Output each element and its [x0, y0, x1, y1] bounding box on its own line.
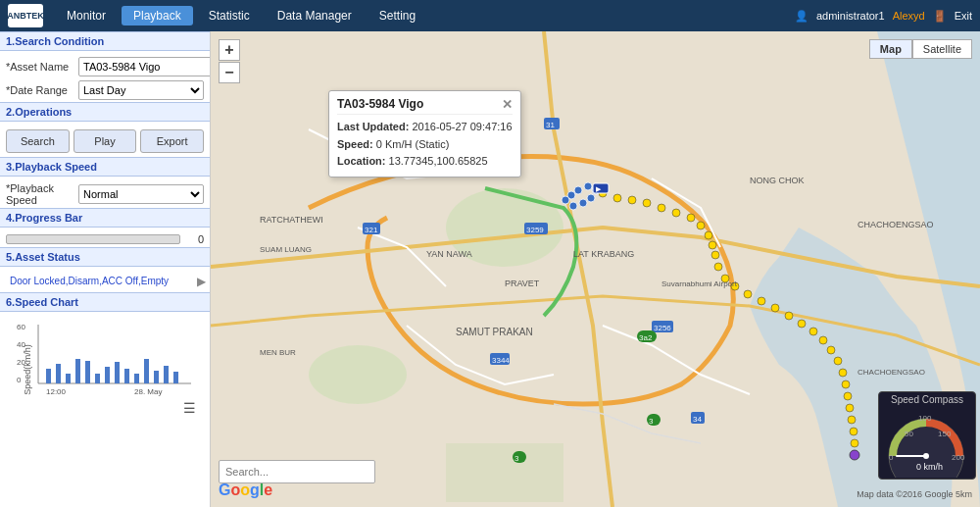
section-speed-chart: 6.Speed Chart	[0, 292, 210, 312]
svg-point-27	[613, 194, 621, 202]
asset-name-input[interactable]	[78, 57, 211, 76]
svg-point-44	[798, 320, 806, 328]
export-button[interactable]: Export	[140, 129, 204, 153]
svg-rect-17	[154, 371, 159, 383]
svg-text:60: 60	[17, 323, 25, 331]
nav-monitor[interactable]: Monitor	[55, 6, 118, 25]
playback-speed-label: *Playback Speed	[6, 182, 74, 206]
svg-rect-14	[124, 369, 129, 383]
popup-close-button[interactable]: ✕	[502, 97, 513, 112]
svg-point-46	[819, 336, 827, 344]
svg-point-55	[851, 439, 858, 447]
section-asset-status: 5.Asset Status	[0, 247, 210, 267]
map-type-buttons: Map Satellite	[869, 39, 972, 59]
popup-title: TA03-5984 Vigo ✕	[337, 97, 513, 115]
svg-point-42	[771, 304, 779, 312]
asset-name-label: *Asset Name	[6, 61, 74, 73]
user2[interactable]: Alexyd	[893, 10, 925, 22]
svg-text:0: 0	[889, 453, 894, 462]
svg-text:YAN NAWA: YAN NAWA	[426, 249, 472, 259]
zoom-in-button[interactable]: +	[219, 39, 240, 61]
compass-gauge: 0 100 200 50 150 0 km/h	[879, 407, 973, 478]
svg-point-28	[628, 196, 636, 204]
logo-icon: ANBTEK	[8, 4, 43, 27]
popup-speed-value: 0 Km/H (Static)	[376, 138, 450, 150]
svg-rect-13	[115, 362, 120, 383]
svg-text:50: 50	[905, 430, 913, 438]
search-button[interactable]: Search	[6, 129, 70, 153]
svg-rect-16	[144, 359, 149, 383]
svg-text:100: 100	[918, 414, 932, 423]
svg-text:3259: 3259	[526, 226, 544, 234]
section-playback-speed: 3.Playback Speed	[0, 157, 210, 177]
svg-rect-8	[66, 374, 71, 383]
chart-y-label: Speed(km/h)	[23, 344, 32, 395]
header-right: 👤 administrator1 Alexyd 🚪 Exit	[795, 10, 972, 23]
section-search: 1.Search Condition	[0, 31, 210, 51]
playback-speed-select[interactable]: Slow Normal Fast Very Fast	[78, 184, 204, 204]
svg-point-37	[714, 263, 722, 271]
map-type-map[interactable]: Map	[869, 39, 912, 59]
date-range-row: *Date Range Last Day Last Week Last Mont…	[0, 78, 210, 102]
date-range-select[interactable]: Last Day Last Week Last Month Custom	[78, 80, 204, 100]
speed-chart-area: Speed(km/h) 60 40 20 0	[0, 316, 210, 424]
map-search-input[interactable]	[219, 460, 375, 483]
map-area[interactable]: ▶ CHATUCHAK YAN NAWA PRAVET LAT KRABANG …	[211, 31, 980, 507]
svg-rect-6	[46, 369, 51, 383]
map-type-satellite[interactable]: Satellite	[912, 39, 972, 59]
svg-rect-15	[134, 374, 139, 383]
svg-rect-12	[105, 367, 110, 383]
svg-point-45	[809, 328, 817, 335]
playback-speed-row: *Playback Speed Slow Normal Fast Very Fa…	[0, 180, 210, 208]
asset-name-row: *Asset Name	[0, 55, 210, 78]
nav-playback[interactable]: Playback	[122, 6, 193, 25]
sidebar: 1.Search Condition *Asset Name *Date Ran…	[0, 31, 211, 507]
svg-point-31	[672, 209, 680, 217]
svg-text:28. May: 28. May	[134, 387, 162, 396]
zoom-out-button[interactable]: −	[219, 62, 240, 83]
svg-text:PRAVET: PRAVET	[505, 279, 540, 288]
progress-bar-bg[interactable]	[6, 234, 180, 244]
nav-setting[interactable]: Setting	[368, 6, 427, 25]
svg-point-50	[842, 380, 850, 388]
svg-rect-18	[164, 366, 169, 383]
svg-point-36	[711, 251, 719, 259]
svg-text:3: 3	[649, 417, 654, 426]
main-content: 1.Search Condition *Asset Name *Date Ran…	[0, 31, 980, 507]
svg-point-49	[839, 369, 847, 377]
popup-speed: Speed: 0 Km/H (Static)	[337, 136, 513, 154]
svg-point-43	[785, 312, 793, 320]
app-header: ANBTEK Monitor Playback Statistic Data M…	[0, 0, 980, 31]
svg-point-64	[587, 194, 595, 202]
svg-point-105	[923, 453, 929, 459]
svg-text:31: 31	[546, 121, 555, 129]
svg-point-33	[697, 222, 705, 229]
svg-point-30	[658, 204, 665, 212]
popup-location-label: Location:	[337, 155, 386, 167]
svg-text:150: 150	[938, 430, 952, 438]
svg-text:CHACHOENGSAO: CHACHOENGSAO	[858, 368, 925, 377]
progress-bar-row: 0	[0, 231, 210, 247]
progress-value: 0	[184, 233, 204, 245]
svg-point-61	[562, 196, 569, 204]
svg-rect-25	[446, 443, 564, 502]
username: administrator1	[816, 10, 885, 22]
section-progress: 4.Progress Bar	[0, 208, 210, 228]
play-button[interactable]: Play	[74, 129, 137, 153]
svg-text:Suvarnabhumi Airport: Suvarnabhumi Airport	[662, 279, 738, 288]
svg-text:NONG CHOK: NONG CHOK	[750, 176, 805, 185]
svg-text:SUAM LUANG: SUAM LUANG	[260, 245, 312, 254]
nav-data-manager[interactable]: Data Manager	[266, 6, 364, 25]
svg-point-52	[846, 404, 854, 412]
exit-button[interactable]: Exit	[955, 10, 972, 22]
chart-menu-icon[interactable]: ☰	[179, 398, 200, 418]
svg-point-24	[309, 345, 407, 404]
svg-point-56	[850, 450, 859, 460]
popup-last-updated-value: 2016-05-27 09:47:16	[412, 121, 512, 132]
svg-rect-9	[75, 359, 80, 383]
svg-text:3344: 3344	[492, 356, 510, 365]
svg-point-34	[705, 231, 712, 239]
nav-statistic[interactable]: Statistic	[197, 6, 262, 25]
user-icon: 👤	[795, 10, 808, 23]
status-scroll-icon[interactable]: ▶	[197, 273, 206, 288]
